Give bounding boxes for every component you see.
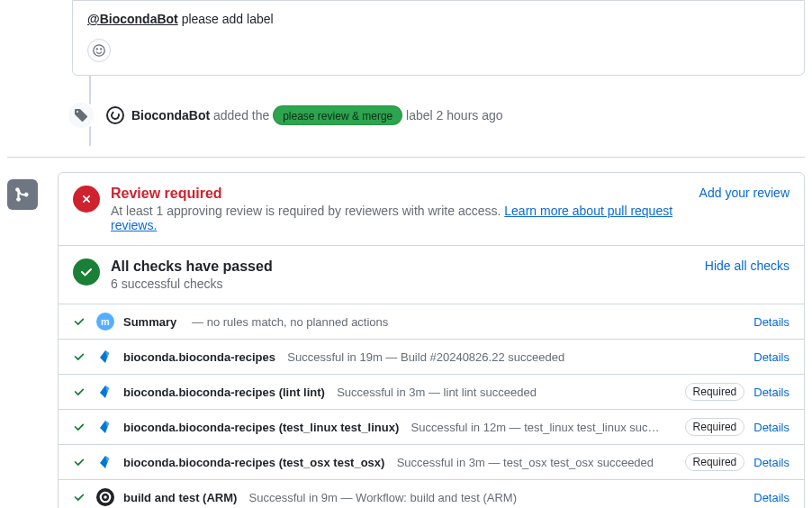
svg-point-1 <box>96 49 97 50</box>
svg-point-0 <box>94 45 104 56</box>
check-icon <box>73 350 87 363</box>
required-badge: Required <box>685 418 745 436</box>
actor-name[interactable]: BiocondaBot <box>131 108 210 122</box>
checks-status-icon <box>73 259 100 286</box>
required-badge: Required <box>685 383 745 401</box>
tag-icon-badge <box>67 101 95 130</box>
event-text-post: label 2 hours ago <box>402 108 502 122</box>
check-name: bioconda.bioconda-recipes <box>123 350 275 364</box>
job-avatar <box>96 348 114 366</box>
check-icon <box>73 491 87 503</box>
mention-link[interactable]: @BiocondaBot <box>87 12 178 26</box>
review-title: Review required <box>111 186 689 202</box>
comment-box: @BiocondaBot please add label <box>72 0 805 76</box>
check-row: bioconda.bioconda-recipes Successful in … <box>59 339 804 374</box>
details-link[interactable]: Details <box>753 386 789 399</box>
merge-status-icon <box>7 179 38 210</box>
comment-body: @BiocondaBot please add label <box>87 12 789 26</box>
required-badge: Required <box>685 453 745 471</box>
check-row: bioconda.bioconda-recipes (lint lint) Su… <box>59 374 804 409</box>
checks-title: All checks have passed <box>111 259 694 275</box>
details-link[interactable]: Details <box>753 491 789 504</box>
x-icon <box>80 193 93 205</box>
check-icon <box>73 386 87 398</box>
check-detail: Successful in 3m — lint lint succeeded <box>330 386 537 399</box>
check-detail: Successful in 9m — Workflow: build and t… <box>242 491 517 504</box>
label-event: BiocondaBot added the please review & me… <box>7 85 805 146</box>
details-link[interactable]: Details <box>753 315 789 329</box>
job-avatar <box>96 488 114 506</box>
review-subtitle: At least 1 approving review is required … <box>111 204 689 232</box>
check-name: bioconda.bioconda-recipes (test_osx test… <box>123 456 384 469</box>
details-link[interactable]: Details <box>753 350 789 364</box>
check-detail: Successful in 19m — Build #20240826.22 s… <box>281 350 564 364</box>
details-link[interactable]: Details <box>753 456 789 469</box>
check-icon <box>73 421 87 433</box>
job-avatar <box>96 453 114 471</box>
check-name: Summary <box>123 315 176 329</box>
details-link[interactable]: Details <box>753 421 789 434</box>
check-name: bioconda.bioconda-recipes (test_linux te… <box>123 421 399 434</box>
hide-checks-link[interactable]: Hide all checks <box>705 259 789 273</box>
comment-text: please add label <box>178 12 274 26</box>
add-review-link[interactable]: Add your review <box>699 186 789 200</box>
job-avatar <box>96 418 114 436</box>
svg-point-4 <box>104 495 107 499</box>
review-status-icon <box>73 186 100 213</box>
actor-avatar[interactable] <box>106 106 124 124</box>
check-icon <box>73 456 87 468</box>
checks-list: mSummary — no rules match, no planned ac… <box>59 304 804 508</box>
git-merge-icon <box>14 186 31 203</box>
check-row: build and test (ARM) Successful in 9m — … <box>59 479 804 508</box>
job-avatar <box>96 383 114 401</box>
check-detail: Successful in 12m — test_linux test_linu… <box>404 421 659 434</box>
event-text-pre: added the <box>210 108 273 122</box>
job-avatar: m <box>96 313 114 331</box>
svg-point-2 <box>101 49 102 50</box>
label-pill[interactable]: please review & merge <box>273 105 402 125</box>
check-row: bioconda.bioconda-recipes (test_linux te… <box>59 409 804 444</box>
tag-icon <box>74 108 88 122</box>
check-name: bioconda.bioconda-recipes (lint lint) <box>123 386 325 399</box>
check-icon <box>73 315 87 328</box>
check-detail: — no rules match, no planned actions <box>182 315 388 329</box>
add-reaction-button[interactable] <box>87 39 111 62</box>
check-row: bioconda.bioconda-recipes (test_osx test… <box>59 444 804 479</box>
check-name: build and test (ARM) <box>123 491 237 504</box>
smiley-icon <box>92 43 106 58</box>
checks-subtitle: 6 successful checks <box>111 277 694 291</box>
check-row: mSummary — no rules match, no planned ac… <box>59 304 804 339</box>
check-icon <box>79 265 94 279</box>
check-detail: Successful in 3m — test_osx test_osx suc… <box>390 456 654 469</box>
merge-panel: Review required At least 1 approving rev… <box>58 172 805 508</box>
